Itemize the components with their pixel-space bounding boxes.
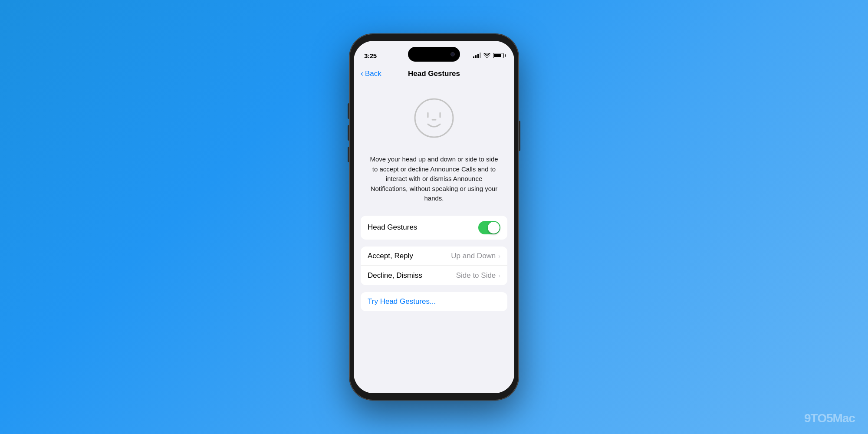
gesture-options-card: Accept, Reply Up and Down › Decline, Dis… [361, 247, 507, 285]
dynamic-island [408, 47, 460, 62]
try-gestures-row[interactable]: Try Head Gestures... [361, 292, 507, 311]
face-icon-container [354, 92, 514, 144]
chevron-left-icon: ‹ [361, 69, 363, 78]
description-text: Move your head up and down or side to si… [354, 155, 514, 204]
accept-reply-row[interactable]: Accept, Reply Up and Down › [361, 247, 507, 266]
decline-dismiss-value-container: Side to Side › [456, 271, 500, 280]
wifi-icon [483, 53, 490, 58]
face-gesture-icon [412, 96, 456, 140]
accept-reply-value: Up and Down [451, 252, 496, 260]
decline-dismiss-row[interactable]: Decline, Dismiss Side to Side › [361, 266, 507, 285]
decline-dismiss-label: Decline, Dismiss [368, 271, 422, 280]
phone-screen: 3:25 [354, 41, 514, 393]
try-gestures-card: Try Head Gestures... [361, 292, 507, 311]
decline-dismiss-chevron: › [498, 272, 500, 279]
phone-frame: 3:25 [349, 34, 519, 400]
content-area: Move your head up and down or side to si… [354, 83, 514, 393]
back-label: Back [365, 69, 381, 78]
nav-bar: ‹ Back Head Gestures [354, 64, 514, 83]
decline-dismiss-value: Side to Side [456, 271, 496, 280]
try-gestures-label[interactable]: Try Head Gestures... [368, 297, 436, 306]
status-time: 3:25 [364, 52, 377, 59]
accept-reply-label: Accept, Reply [368, 252, 413, 260]
head-gestures-toggle[interactable] [478, 221, 500, 234]
svg-point-0 [415, 99, 453, 137]
back-button[interactable]: ‹ Back [361, 69, 381, 78]
signal-icon [473, 53, 481, 58]
watermark-text: 9TO5Mac [804, 411, 855, 425]
head-gestures-toggle-row[interactable]: Head Gestures [361, 216, 507, 240]
status-icons [473, 53, 504, 58]
head-gestures-label: Head Gestures [368, 223, 417, 232]
accept-reply-chevron: › [498, 253, 500, 260]
camera-dot [450, 52, 455, 56]
accept-reply-value-container: Up and Down › [451, 252, 500, 260]
page-title: Head Gestures [408, 69, 460, 78]
toggle-card: Head Gestures [361, 216, 507, 240]
toggle-knob [488, 222, 500, 233]
battery-icon [493, 53, 504, 58]
